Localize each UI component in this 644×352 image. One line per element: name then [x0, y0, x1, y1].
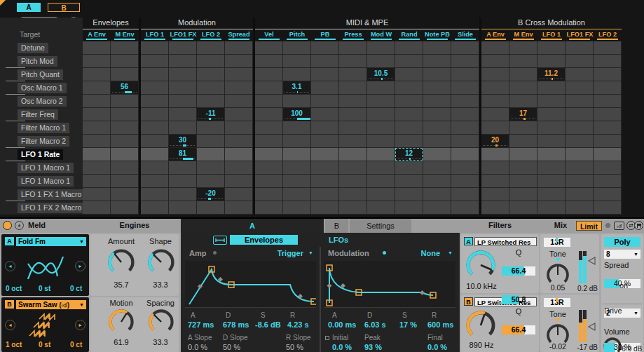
- mix-b-level-handle[interactable]: [588, 323, 596, 331]
- matrix-cell[interactable]: [197, 161, 225, 175]
- matrix-cell[interactable]: [311, 161, 339, 175]
- filter-a-lofi-slider[interactable]: 50.8: [502, 295, 535, 304]
- matrix-cell[interactable]: [339, 148, 367, 161]
- matrix-cell[interactable]: [451, 121, 479, 135]
- matrix-cell[interactable]: [255, 68, 283, 81]
- motion-knob[interactable]: [108, 309, 135, 335]
- matrix-cell[interactable]: [311, 121, 339, 135]
- matrix-cell[interactable]: [395, 68, 423, 81]
- matrix-cell[interactable]: [83, 135, 111, 148]
- matrix-cell[interactable]: [423, 81, 451, 95]
- matrix-cell[interactable]: [423, 188, 451, 201]
- matrix-cell[interactable]: [481, 148, 509, 161]
- matrix-cell[interactable]: [537, 201, 566, 215]
- matrix-cell[interactable]: [537, 81, 566, 95]
- matrix-cell[interactable]: [255, 161, 283, 175]
- amp-attack-value[interactable]: 727 ms: [188, 320, 214, 329]
- matrix-cell[interactable]: [395, 55, 423, 68]
- amp-sustain-value[interactable]: -8.6 dB: [255, 320, 281, 329]
- matrix-cell[interactable]: [395, 188, 423, 201]
- matrix-cell[interactable]: [395, 95, 423, 108]
- modenv-decay-value[interactable]: 6.03 s: [364, 320, 386, 329]
- matrix-cell[interactable]: [83, 41, 111, 55]
- target-row-filter-macro-1-6[interactable]: Filter Macro 1: [0, 121, 83, 135]
- matrix-cell[interactable]: [566, 81, 594, 95]
- matrix-cell[interactable]: [311, 41, 339, 55]
- matrix-cell[interactable]: [566, 135, 594, 148]
- matrix-cell[interactable]: [481, 175, 509, 188]
- matrix-cell[interactable]: [169, 81, 197, 95]
- matrix-cell[interactable]: [197, 81, 225, 95]
- matrix-cell[interactable]: [311, 68, 339, 81]
- matrix-cell[interactable]: [311, 148, 339, 161]
- matrix-cell[interactable]: [339, 121, 367, 135]
- engine-a-octave[interactable]: 0 oct: [6, 285, 22, 292]
- matrix-cell[interactable]: [423, 121, 451, 135]
- matrix-cell[interactable]: [537, 121, 566, 135]
- matrix-cell[interactable]: [423, 161, 451, 175]
- matrix-cell[interactable]: [566, 68, 594, 81]
- matrix-cell[interactable]: [423, 68, 451, 81]
- matrix-cell[interactable]: [339, 68, 367, 81]
- modenv-release-value[interactable]: 600 ms: [427, 320, 453, 329]
- column-header-midi-mpe-rand[interactable]: Rand: [395, 29, 423, 41]
- shape-knob[interactable]: [147, 248, 175, 276]
- matrix-cell[interactable]: [509, 201, 537, 215]
- matrix-cell[interactable]: [481, 188, 509, 201]
- tab-lfos[interactable]: LFOs: [307, 235, 370, 245]
- matrix-cell-filter-freq-m-env[interactable]: 17: [509, 108, 537, 121]
- target-row-lfo-1-macro-1-9[interactable]: LFO 1 Macro 1: [0, 161, 83, 175]
- matrix-cell[interactable]: [283, 161, 311, 175]
- amp-d-slope-value[interactable]: 50 %: [223, 343, 240, 351]
- matrix-cell[interactable]: [169, 201, 197, 215]
- matrix-cell[interactable]: [481, 41, 509, 55]
- matrix-cell-lfo-1-rate-lfo1-fx[interactable]: 81: [169, 148, 197, 161]
- engine-a-selector[interactable]: Fold Fm▼: [16, 237, 86, 246]
- target-row-osc-macro-2-4[interactable]: Osc Macro 2: [0, 95, 83, 108]
- matrix-cell[interactable]: [169, 41, 197, 55]
- matrix-cell[interactable]: [451, 188, 479, 201]
- mix-b-tone-value[interactable]: -0.02: [544, 342, 572, 351]
- matrix-cell[interactable]: [566, 55, 594, 68]
- matrix-cell[interactable]: [423, 41, 451, 55]
- matrix-cell[interactable]: [283, 41, 311, 55]
- column-header-b-cross-modulation-a-env[interactable]: A Env: [481, 29, 509, 41]
- matrix-cell-filter-macro-2-lfo1-fx[interactable]: 30: [169, 135, 197, 148]
- matrix-cell[interactable]: [311, 81, 339, 95]
- modenv-initial-value[interactable]: 0.0 %: [332, 343, 352, 351]
- target-row-lfo-1-rate-8[interactable]: LFO 1 Rate: [0, 148, 83, 161]
- poly-mode-button[interactable]: Poly: [604, 237, 640, 247]
- matrix-cell[interactable]: [225, 121, 253, 135]
- mix-a-tone-value[interactable]: 0.05: [544, 283, 572, 292]
- matrix-cell[interactable]: [339, 201, 367, 215]
- amp-envelope-graph[interactable]: [185, 261, 316, 308]
- matrix-cell[interactable]: [111, 121, 139, 135]
- matrix-tab-a[interactable]: A: [17, 3, 41, 12]
- matrix-cell[interactable]: [255, 41, 283, 55]
- modenv-attack-value[interactable]: 0.00 ms: [328, 320, 356, 329]
- matrix-cell[interactable]: [83, 188, 111, 201]
- matrix-cell[interactable]: [111, 175, 139, 188]
- matrix-cell[interactable]: [169, 95, 197, 108]
- engine-a-next-button[interactable]: ▸: [75, 261, 85, 271]
- amp-r-slope-value[interactable]: 50 %: [286, 343, 303, 351]
- matrix-cell[interactable]: [451, 108, 479, 121]
- matrix-cell[interactable]: [197, 135, 225, 148]
- matrix-cell[interactable]: [225, 161, 253, 175]
- matrix-cell[interactable]: [451, 148, 479, 161]
- matrix-cell[interactable]: [111, 201, 139, 215]
- matrix-cell[interactable]: [423, 135, 451, 148]
- matrix-cell[interactable]: [594, 148, 622, 161]
- matrix-cell[interactable]: [339, 55, 367, 68]
- matrix-cell[interactable]: [197, 175, 225, 188]
- matrix-cell[interactable]: [169, 188, 197, 201]
- matrix-cell[interactable]: [594, 55, 622, 68]
- target-row-lfo-1-fx-2-macro-12[interactable]: LFO 1 FX 2 Macro: [0, 201, 83, 215]
- matrix-cell[interactable]: [283, 55, 311, 68]
- matrix-cell[interactable]: [197, 201, 225, 215]
- matrix-cell[interactable]: [311, 175, 339, 188]
- matrix-cell[interactable]: [83, 161, 111, 175]
- matrix-cell-lfo-1-fx-1-macro-lfo-2[interactable]: -20: [197, 188, 225, 201]
- matrix-cell[interactable]: [311, 201, 339, 215]
- matrix-cell[interactable]: [594, 175, 622, 188]
